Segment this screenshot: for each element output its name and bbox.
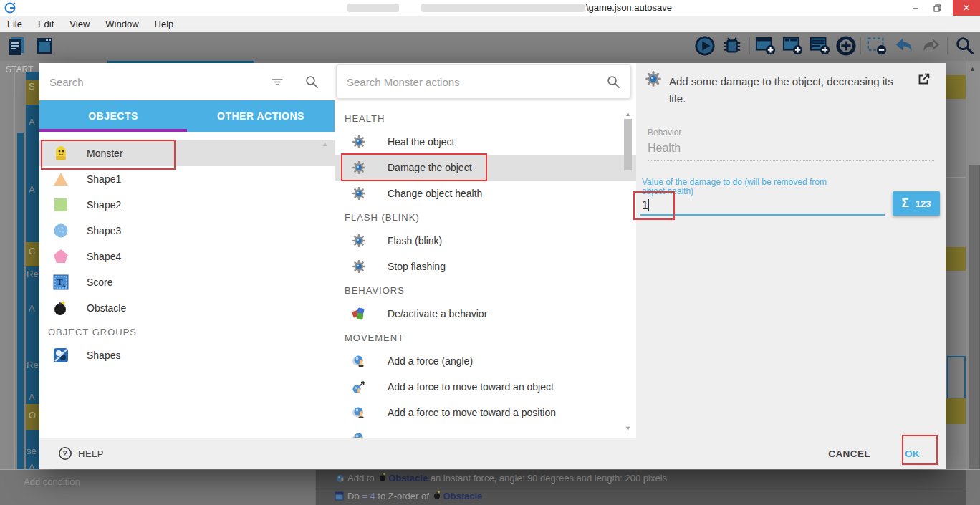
object-item-score[interactable]: Tx Score xyxy=(39,269,335,295)
add-scene-icon[interactable] xyxy=(754,35,777,57)
bomb-icon xyxy=(52,299,69,317)
object-label: Obstacle xyxy=(87,302,126,314)
object-label: Shape3 xyxy=(87,225,121,236)
menu-help[interactable]: Help xyxy=(155,19,174,29)
param-value-input[interactable]: 1 xyxy=(642,199,649,212)
action-editor-dialog: Search OBJECTS OTHER ACTIONS Monster Sha… xyxy=(39,63,946,469)
section-header-movement: MOVEMENT xyxy=(335,327,636,348)
menu-edit[interactable]: Edit xyxy=(38,19,54,29)
action-item-partial[interactable] xyxy=(335,425,636,438)
cancel-button[interactable]: CANCEL xyxy=(821,443,878,465)
objects-panel: Search OBJECTS OTHER ACTIONS Monster Sha… xyxy=(39,63,335,438)
actions-panel: Search Monster actions HEALTH Heal the o… xyxy=(335,63,636,438)
object-label: Shape1 xyxy=(87,173,121,185)
event-fragment: O xyxy=(29,410,36,420)
tab-other-actions[interactable]: OTHER ACTIONS xyxy=(187,100,335,132)
event-action-row[interactable]: Add to Obstacle an instant force, angle:… xyxy=(347,473,667,484)
add-external-layout-icon[interactable] xyxy=(809,35,832,57)
triangle-icon xyxy=(52,170,69,188)
event-fragment: Re xyxy=(27,360,39,370)
action-item-behavior[interactable]: De/activate a behavior xyxy=(335,301,636,327)
scroll-up-arrow[interactable]: ▲ xyxy=(969,65,976,72)
help-button[interactable]: ? HELP xyxy=(58,446,104,461)
selected-event-cell xyxy=(946,75,966,99)
group-item-shapes[interactable]: Shapes xyxy=(39,342,335,368)
minimize-button[interactable] xyxy=(905,0,926,16)
scene-editor-icon[interactable] xyxy=(33,35,56,57)
search-icon[interactable] xyxy=(606,74,620,89)
blurred-path-segment xyxy=(347,4,399,12)
scroll-up-arrow[interactable]: ▲ xyxy=(322,140,328,148)
event-sheet-bottom: Add condition Add to Obstacle an instant… xyxy=(0,469,980,505)
gdevelop-logo-icon xyxy=(4,2,16,14)
scroll-down-arrow[interactable]: ▼ xyxy=(625,425,631,432)
object-label: Shapes xyxy=(87,350,120,361)
action-item-force-position[interactable]: Add a force to move toward a position xyxy=(335,400,636,425)
force-icon xyxy=(352,354,366,368)
action-item-flash[interactable]: Flash (blink) xyxy=(335,228,636,254)
sigma-icon: Σ xyxy=(902,196,909,211)
debug-icon[interactable] xyxy=(721,35,744,57)
play-icon[interactable] xyxy=(693,35,716,57)
menu-file[interactable]: File xyxy=(7,19,22,29)
gear-icon xyxy=(352,259,366,274)
object-item-shape1[interactable]: Shape1 xyxy=(39,166,335,192)
event-action-row[interactable]: Do = 4 to Z-order of Obstacle xyxy=(347,491,482,501)
filter-icon[interactable] xyxy=(270,74,284,89)
scroll-thumb[interactable] xyxy=(969,165,980,494)
scroll-up-arrow[interactable]: ▲ xyxy=(625,110,631,117)
restore-button[interactable] xyxy=(927,0,947,16)
scroll-thumb[interactable] xyxy=(624,119,632,170)
text-cursor xyxy=(648,199,649,211)
title-bar: \game.json.autosave ✕ xyxy=(0,0,980,16)
add-object-icon[interactable] xyxy=(835,35,858,57)
object-item-shape2[interactable]: Shape2 xyxy=(39,192,335,218)
search-icon[interactable] xyxy=(953,35,976,57)
expression-editor-button[interactable]: Σ 123 xyxy=(893,191,940,216)
action-item-change-health[interactable]: Change object health xyxy=(335,181,636,206)
events-list-icon[interactable] xyxy=(6,35,29,57)
action-item-force-angle[interactable]: Add a force (angle) xyxy=(335,348,636,374)
object-item-obstacle[interactable]: Obstacle xyxy=(39,295,335,321)
event-actions-column: Add to Obstacle an instant force, angle:… xyxy=(315,470,966,505)
add-external-events-icon[interactable] xyxy=(782,35,804,57)
action-search-field[interactable]: Search Monster actions xyxy=(336,64,631,99)
action-details-panel: Add some damage to the object, decreasin… xyxy=(636,63,946,438)
close-button[interactable]: ✕ xyxy=(953,0,980,16)
ok-button[interactable]: OK xyxy=(898,443,927,465)
action-item-heal[interactable]: Heal the object xyxy=(335,129,636,155)
behavior-icon xyxy=(352,307,366,321)
menu-view[interactable]: View xyxy=(69,19,90,29)
menu-bar: File Edit View Window Help xyxy=(0,16,980,32)
gear-icon xyxy=(352,135,366,149)
object-search-field[interactable]: Search xyxy=(39,63,335,100)
action-description: Add some damage to the object, decreasin… xyxy=(669,73,905,107)
object-item-monster[interactable]: Monster xyxy=(39,140,335,166)
object-search-placeholder: Search xyxy=(49,76,270,88)
action-item-stop-flashing[interactable]: Stop flashing xyxy=(335,254,636,279)
redo-icon[interactable] xyxy=(920,35,943,57)
event-fragment: A xyxy=(29,392,35,403)
search-icon[interactable] xyxy=(304,74,319,89)
tab-objects[interactable]: OBJECTS xyxy=(39,100,187,132)
event-fragment: se xyxy=(27,446,37,456)
behavior-value: Health xyxy=(648,142,681,155)
menu-window[interactable]: Window xyxy=(105,19,138,29)
event-divider xyxy=(946,177,966,178)
vertical-scrollbar[interactable]: ▲ ▼ xyxy=(966,61,980,505)
toolbar-separator xyxy=(860,37,861,54)
toolbar-separator xyxy=(947,37,948,54)
object-item-shape4[interactable]: Shape4 xyxy=(39,244,335,269)
toolbar-separator xyxy=(749,37,750,54)
open-in-new-icon[interactable] xyxy=(916,72,931,87)
object-item-shape3[interactable]: Shape3 xyxy=(39,218,335,244)
remove-frame-icon[interactable] xyxy=(865,35,888,57)
param-input-underline xyxy=(640,214,885,216)
event-indent-bar xyxy=(26,266,39,404)
action-item-force-object[interactable]: Add a force to move toward an object xyxy=(335,374,636,400)
window-title: \game.json.autosave xyxy=(586,2,672,13)
action-item-damage[interactable]: Damage the object xyxy=(335,155,636,181)
app-window: \game.json.autosave ✕ File Edit View Win… xyxy=(0,0,980,505)
add-condition-link[interactable]: Add condition xyxy=(24,476,80,487)
undo-icon[interactable] xyxy=(893,35,916,57)
